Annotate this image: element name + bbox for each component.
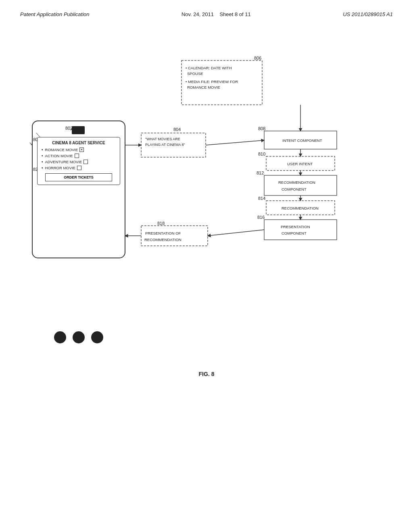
svg-text:PRESENTATION OF: PRESENTATION OF <box>145 231 181 235</box>
svg-text:COMPONENT: COMPONENT <box>282 231 307 235</box>
label-806: 806 <box>254 56 261 60</box>
label-814: 814 <box>258 196 265 201</box>
svg-text:RECOMMENDATION: RECOMMENDATION <box>278 180 315 185</box>
svg-rect-4 <box>264 175 337 195</box>
svg-text:COMPONENT: COMPONENT <box>282 187 307 191</box>
list-item: HORROR MOVIE <box>42 166 116 170</box>
circle-icon-1 <box>54 331 66 343</box>
movie-list: ROMANCE MOVIE ACTION MOVIE ADVENTURE MOV… <box>42 148 116 170</box>
svg-text:• MEDIA FILE: PREVIEW FOR: • MEDIA FILE: PREVIEW FOR <box>186 79 238 84</box>
header-right: US 2011/0289015 A1 <box>343 11 393 17</box>
label-804: 804 <box>173 127 181 132</box>
movie-name-1: ROMANCE MOVIE <box>45 148 78 152</box>
circle-icon-3 <box>91 331 103 343</box>
svg-rect-6 <box>264 220 337 240</box>
cinema-service-panel: CINEMA 8 AGENT SERVICE ROMANCE MOVIE ACT… <box>37 137 120 185</box>
svg-text:ROMANCE MOVIE: ROMANCE MOVIE <box>187 85 220 89</box>
svg-text:↘: ↘ <box>29 141 33 146</box>
list-item: ACTION MOVIE <box>42 154 116 158</box>
circle-icon-2 <box>73 331 85 343</box>
figure-caption: FIG. 8 <box>0 371 413 377</box>
svg-text:• CALENDAR: DATE WITH: • CALENDAR: DATE WITH <box>186 66 232 70</box>
header-date: Nov. 24, 2011 <box>181 11 214 17</box>
movie-name-2: ACTION MOVIE <box>45 154 73 158</box>
movie-name-3: ADVENTURE MOVIE <box>45 160 82 164</box>
list-item: ADVENTURE MOVIE <box>42 160 116 164</box>
list-item: ROMANCE MOVIE <box>42 148 116 152</box>
bottom-circles <box>37 331 120 346</box>
svg-line-18 <box>206 140 264 145</box>
svg-text:PRESENTATION: PRESENTATION <box>281 224 310 229</box>
label-810: 810 <box>258 152 265 156</box>
diagram-svg: 800 ↘ 802 806 804 808 810 812 814 816 81… <box>24 52 387 359</box>
device-top-bar <box>72 126 85 134</box>
svg-line-16 <box>208 230 264 236</box>
checkbox-romance[interactable] <box>79 148 84 152</box>
label-816: 816 <box>257 215 265 220</box>
order-tickets-button[interactable]: ORDER TICKETS <box>45 173 112 181</box>
svg-text:RECOMMENDATION: RECOMMENDATION <box>282 206 319 210</box>
svg-text:RECOMMENDATION: RECOMMENDATION <box>144 237 181 242</box>
cinema-title: CINEMA 8 AGENT SERVICE <box>42 141 116 145</box>
svg-rect-7 <box>141 226 208 246</box>
header-sheet: Sheet 8 of 11 <box>219 11 250 17</box>
diagram-area: 800 ↘ 802 806 804 808 810 812 814 816 81… <box>24 52 387 359</box>
svg-text:"WHAT MOVIES ARE: "WHAT MOVIES ARE <box>145 137 180 141</box>
svg-text:USER INTENT: USER INTENT <box>287 162 313 166</box>
header-center: Nov. 24, 2011 Sheet 8 of 11 <box>181 11 251 17</box>
header-left: Patent Application Publication <box>20 11 90 17</box>
checkbox-horror[interactable] <box>77 166 81 170</box>
label-818: 818 <box>157 221 165 226</box>
svg-text:PLAYING AT CINEMA 8": PLAYING AT CINEMA 8" <box>145 143 185 147</box>
checkbox-action[interactable] <box>75 154 79 158</box>
svg-text:INTENT COMPONENT: INTENT COMPONENT <box>282 138 322 143</box>
checkbox-adventure[interactable] <box>83 160 88 164</box>
label-808: 808 <box>258 126 265 131</box>
label-812: 812 <box>257 170 264 175</box>
svg-text:SPOUSE: SPOUSE <box>187 71 203 76</box>
movie-name-4: HORROR MOVIE <box>45 166 75 170</box>
